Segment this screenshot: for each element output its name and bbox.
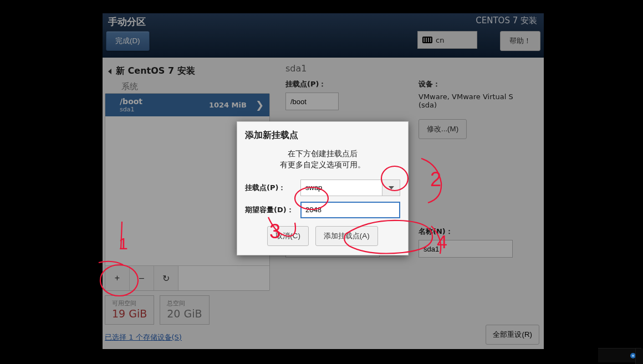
page-title: 手动分区 <box>108 16 146 28</box>
dialog-mountpoint-row: 挂载点(P)： <box>245 180 400 196</box>
dialog-description: 在下方创建挂载点后 有更多自定义选项可用。 <box>245 148 400 171</box>
add-mountpoint-dialog: 添加新挂载点 在下方创建挂载点后 有更多自定义选项可用。 挂载点(P)： 期望容… <box>237 121 409 255</box>
chevron-down-icon <box>389 186 394 189</box>
modify-device-button[interactable]: 修改...(M) <box>419 119 467 139</box>
tree-section-system: 系统 <box>103 80 272 93</box>
partition-name-label: 名称(N)： <box>419 227 535 237</box>
available-space-card: 可用空间 19 GiB <box>105 295 154 325</box>
partition-name-input[interactable] <box>419 240 513 258</box>
add-partition-button[interactable]: + <box>105 266 130 290</box>
install-tree-title: 新 CentOS 7 安装 <box>116 65 195 77</box>
space-summary: 可用空间 19 GiB 总空间 20 GiB <box>105 295 270 325</box>
done-button[interactable]: 完成(D) <box>106 31 150 51</box>
available-space-label: 可用空间 <box>112 299 147 307</box>
selected-devices-link[interactable]: 已选择 1 个存储设备(S) <box>105 332 270 342</box>
dialog-title: 添加新挂载点 <box>245 130 400 141</box>
dialog-add-mountpoint-button[interactable]: 添加挂载点(A) <box>315 226 378 246</box>
total-space-card: 总空间 20 GiB <box>160 295 209 325</box>
partition-name-group: 名称(N)： <box>419 227 535 258</box>
header-bar: 手动分区 CENTOS 7 安装 完成(D) cn 帮助！ <box>103 13 544 58</box>
dialog-mountpoint-label: 挂载点(P)： <box>245 183 295 193</box>
dialog-capacity-input[interactable] <box>300 202 400 218</box>
scroll-edge <box>635 348 643 364</box>
install-tree-header[interactable]: 新 CentOS 7 安装 <box>103 62 272 80</box>
keyboard-layout-label: cn <box>436 36 444 44</box>
device-label: 设备： <box>419 79 535 89</box>
expander-icon <box>108 69 111 74</box>
keyboard-icon <box>422 37 432 43</box>
partition-size: 1024 MiB <box>209 101 247 109</box>
remove-partition-button[interactable]: – <box>130 266 154 290</box>
dialog-capacity-label: 期望容量(D)： <box>245 205 295 215</box>
available-space-value: 19 GiB <box>112 307 147 320</box>
partition-toolbar: + – ↻ <box>105 265 269 290</box>
dialog-capacity-row: 期望容量(D)： <box>245 202 400 218</box>
dialog-mountpoint-dropdown-button[interactable] <box>382 180 400 196</box>
mountpoint-label: 挂载点(P)： <box>285 79 402 89</box>
reset-all-button[interactable]: 全部重设(R) <box>486 325 539 345</box>
installer-title: CENTOS 7 安装 <box>476 16 537 26</box>
device-value: VMware, VMware Virtual S (sda) <box>419 93 518 109</box>
partition-row-boot[interactable]: /boot sda1 1024 MiB ❯ <box>105 94 269 116</box>
mountpoint-input[interactable] <box>285 93 339 110</box>
reload-button[interactable]: ↻ <box>154 266 178 290</box>
keyboard-indicator[interactable]: cn <box>417 31 477 49</box>
total-space-value: 20 GiB <box>167 307 202 320</box>
help-button[interactable]: 帮助！ <box>500 31 540 51</box>
partition-mountpoint: /boot <box>120 97 142 106</box>
total-space-label: 总空间 <box>167 299 202 307</box>
dialog-cancel-button[interactable]: 取消(C) <box>267 226 309 246</box>
dialog-mountpoint-input[interactable] <box>300 180 382 196</box>
device-field-group: 设备： VMware, VMware Virtual S (sda) 修改...… <box>419 79 535 139</box>
partition-detail-title: sda1 <box>285 63 535 74</box>
chevron-right-icon: ❯ <box>256 99 264 111</box>
partition-device: sda1 <box>120 106 142 113</box>
